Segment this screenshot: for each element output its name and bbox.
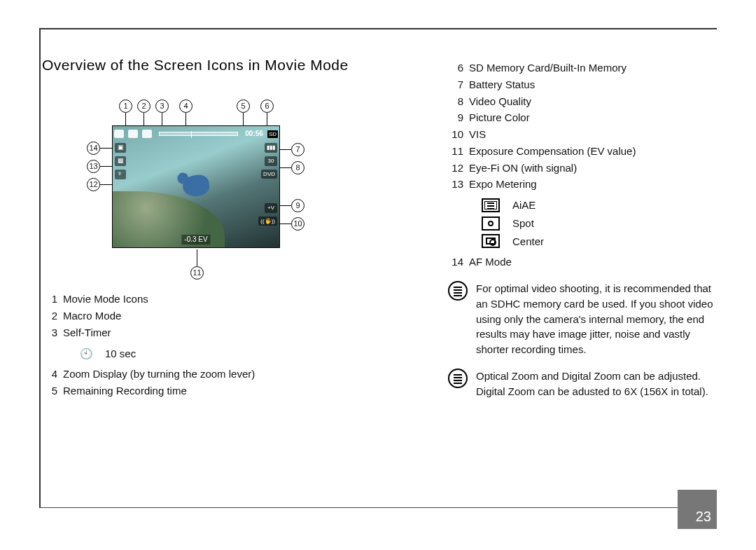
list-item: 4Zoom Display (by turning the zoom lever… — [42, 366, 406, 382]
metering-sublist: AiAE Spot Center — [482, 198, 717, 249]
callout-9: 9 — [291, 199, 304, 212]
list-item: 3Self-Timer — [42, 325, 406, 341]
page-bottom-rule — [39, 507, 686, 508]
callout-12: 12 — [87, 178, 100, 191]
self-timer-icon — [142, 130, 152, 138]
note-block: For optimal video shooting, it is recomm… — [448, 281, 717, 357]
movie-mode-diagram: 1 2 3 4 5 6 7 8 9 10 14 13 12 11 — [56, 87, 308, 283]
metering-item: Spot — [482, 216, 717, 231]
left-list-1: 1Movie Mode Icons 2Macro Mode 3Self-Time… — [42, 291, 406, 340]
callout-4: 4 — [179, 99, 192, 113]
callout-11: 11 — [190, 266, 204, 280]
quality-badge: DVD — [261, 170, 277, 179]
eyefi-icon: ᯤ — [115, 170, 126, 179]
lead-10 — [280, 224, 291, 224]
metering-item: Center — [482, 234, 717, 249]
metering-icon: ▩ — [115, 156, 126, 166]
self-timer-label: 10 sec — [105, 346, 136, 362]
left-column: Overview of the Screen Icons in Movie Mo… — [42, 55, 406, 501]
self-timer-10s-icon: 🕙 — [78, 346, 94, 362]
left-icon-column: ▣ ▩ ᯤ — [115, 143, 126, 179]
callout-7: 7 — [291, 143, 304, 156]
page-number: 23 — [696, 509, 711, 525]
callout-6: 6 — [260, 99, 274, 113]
left-list-2: 4Zoom Display (by turning the zoom lever… — [42, 366, 406, 399]
callout-10: 10 — [291, 217, 304, 231]
note-icon — [448, 369, 468, 388]
page-content: Overview of the Screen Icons in Movie Mo… — [42, 55, 717, 501]
self-timer-sub: 🕙 10 sec — [78, 346, 406, 362]
vis-icon: ((🖐)) — [258, 216, 277, 226]
lead-11 — [197, 249, 197, 266]
top-icon-bar: 00:56 SD — [114, 128, 278, 140]
list-item: 7Battery Status — [448, 77, 717, 92]
bird-illustration — [181, 174, 211, 198]
metering-item: AiAE — [482, 198, 717, 213]
callout-3: 3 — [155, 99, 169, 113]
callout-8: 8 — [291, 161, 304, 174]
lead-12 — [100, 184, 112, 185]
movie-mode-icon — [114, 130, 124, 138]
right-list-2: 14AF Mode — [448, 254, 717, 270]
right-list-1: 6SD Memory Card/Built-In Memory 7Battery… — [448, 60, 717, 192]
list-item: 14AF Mode — [448, 254, 717, 270]
right-column: 6SD Memory Card/Built-In Memory 7Battery… — [448, 55, 717, 501]
center-icon — [482, 234, 500, 248]
list-item: 13Expo Metering — [448, 177, 717, 192]
list-item: 5Remaining Recording time — [42, 383, 406, 399]
callout-1: 1 — [119, 99, 132, 113]
list-item: 11Exposure Compensation (EV value) — [448, 144, 717, 159]
camera-screen: 00:56 SD ▮▮▮ 30 DVD +V ((🖐)) ▣ ▩ ᯤ — [112, 125, 280, 248]
list-item: 8Video Quality — [448, 94, 717, 109]
list-item: 2Macro Mode — [42, 308, 406, 324]
lead-8 — [280, 167, 291, 168]
battery-icon: ▮▮▮ — [265, 143, 277, 153]
callout-14: 14 — [87, 142, 100, 155]
note-icon — [448, 281, 468, 301]
lead-14 — [100, 148, 112, 149]
list-item: 12Eye-Fi ON (with signal) — [448, 160, 717, 176]
remaining-time: 00:56 — [245, 129, 263, 139]
lead-13 — [100, 166, 112, 167]
list-item: 10VIS — [448, 127, 717, 142]
lead-9 — [280, 205, 291, 206]
note-text: Optical Zoom and Digital Zoom can be adj… — [476, 369, 717, 399]
spot-icon — [482, 216, 500, 231]
page-title: Overview of the Screen Icons in Movie Mo… — [42, 55, 406, 76]
callout-5: 5 — [237, 99, 250, 113]
macro-icon — [128, 130, 138, 138]
manual-page: 23 Overview of the Screen Icons in Movie… — [0, 0, 756, 550]
fps-badge: 30 — [265, 156, 277, 166]
list-item: 9Picture Color — [448, 110, 717, 125]
right-icon-column: ▮▮▮ 30 DVD +V ((🖐)) — [258, 143, 277, 226]
callout-2: 2 — [137, 99, 150, 113]
aiae-icon — [482, 198, 500, 212]
ev-value: -0.3 EV — [181, 235, 210, 245]
list-item: 1Movie Mode Icons — [42, 291, 406, 307]
sd-badge: SD — [267, 130, 278, 139]
list-item: 6SD Memory Card/Built-In Memory — [448, 60, 717, 76]
zoom-bar-icon — [159, 132, 238, 136]
picture-color-icon: +V — [265, 203, 277, 213]
af-mode-icon: ▣ — [115, 143, 126, 153]
note-block: Optical Zoom and Digital Zoom can be adj… — [448, 369, 717, 399]
lead-7 — [280, 149, 291, 150]
callout-13: 13 — [87, 160, 100, 173]
note-text: For optimal video shooting, it is recomm… — [476, 281, 717, 357]
